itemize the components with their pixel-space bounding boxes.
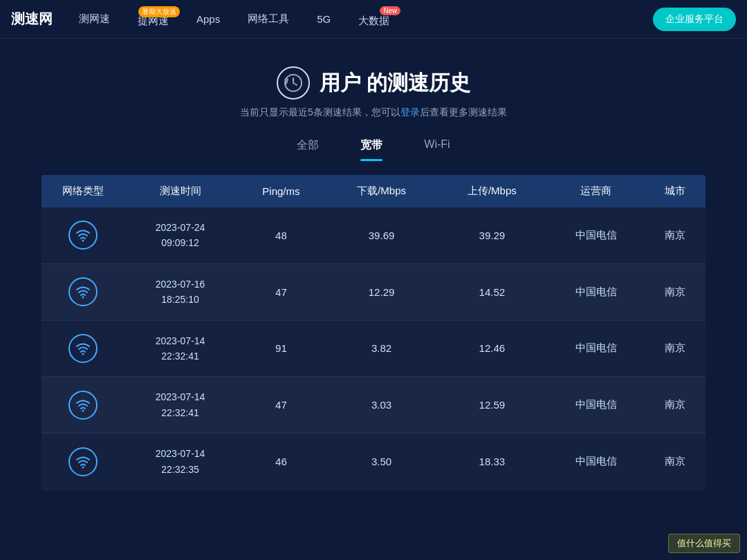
nav-item-tools[interactable]: 网络工具 bbox=[235, 7, 302, 31]
history-icon bbox=[277, 66, 310, 100]
page-title: 用户 的测速历史 bbox=[320, 69, 470, 97]
tabs: 全部 宽带 Wi-Fi bbox=[42, 133, 706, 158]
wifi-icon bbox=[68, 221, 98, 250]
cell-upload: 12.59 bbox=[436, 377, 547, 433]
cell-ping: 46 bbox=[236, 433, 326, 490]
cell-city: 南京 bbox=[645, 320, 706, 377]
site-logo: 测速网 bbox=[11, 10, 53, 28]
table-row: 2023-07-1618:25:104712.2914.52中国电信南京 bbox=[42, 263, 706, 320]
cell-type bbox=[42, 320, 124, 377]
cell-download: 12.29 bbox=[326, 263, 437, 320]
badge-new: New bbox=[380, 6, 400, 15]
cell-city: 南京 bbox=[645, 377, 706, 433]
wifi-icon bbox=[68, 277, 98, 306]
tab-all[interactable]: 全部 bbox=[297, 133, 319, 158]
cell-isp: 中国电信 bbox=[547, 263, 645, 320]
nav-item-improve[interactable]: 暑期大放送 提网速 bbox=[125, 5, 181, 33]
cell-isp: 中国电信 bbox=[547, 377, 645, 433]
cell-ping: 47 bbox=[236, 377, 326, 433]
cell-ping: 48 bbox=[236, 207, 326, 263]
cell-download: 39.69 bbox=[326, 207, 437, 263]
page-content: 用户 的测速历史 当前只显示最近5条测速结果，您可以登录后查看更多测速结果 全部… bbox=[28, 39, 719, 504]
nav-item-apps[interactable]: Apps bbox=[184, 8, 232, 30]
cell-time: 2023-07-1422:32:35 bbox=[124, 433, 236, 490]
cell-city: 南京 bbox=[645, 263, 706, 320]
tab-broadband[interactable]: 宽带 bbox=[360, 133, 382, 158]
table-row: 2023-07-1422:32:35463.5018.33中国电信南京 bbox=[42, 433, 706, 490]
table-header-row: 网络类型 测速时间 Ping/ms 下载/Mbps 上传/Mbps 运营商 城市 bbox=[42, 175, 706, 207]
badge-summer: 暑期大放送 bbox=[138, 6, 180, 17]
cell-time: 2023-07-1618:25:10 bbox=[124, 263, 236, 320]
col-header-upload: 上传/Mbps bbox=[436, 175, 547, 207]
cell-ping: 47 bbox=[236, 263, 326, 320]
svg-point-1 bbox=[82, 240, 84, 242]
cell-upload: 18.33 bbox=[436, 433, 547, 490]
svg-point-5 bbox=[82, 466, 84, 468]
cell-isp: 中国电信 bbox=[547, 320, 645, 377]
cell-time: 2023-07-1422:32:41 bbox=[124, 320, 236, 377]
col-header-isp: 运营商 bbox=[547, 175, 645, 207]
col-header-type: 网络类型 bbox=[42, 175, 124, 207]
subtitle: 当前只显示最近5条测速结果，您可以登录后查看更多测速结果 bbox=[42, 106, 706, 119]
wifi-icon bbox=[68, 391, 98, 420]
title-area: 用户 的测速历史 当前只显示最近5条测速结果，您可以登录后查看更多测速结果 bbox=[42, 66, 706, 119]
wifi-icon bbox=[68, 334, 98, 363]
col-header-download: 下载/Mbps bbox=[326, 175, 437, 207]
table-row: 2023-07-1422:32:41473.0312.59中国电信南京 bbox=[42, 377, 706, 433]
col-header-ping: Ping/ms bbox=[236, 175, 326, 207]
nav-item-speed-test[interactable]: 测网速 bbox=[66, 7, 122, 31]
cell-type bbox=[42, 433, 124, 490]
cell-upload: 12.46 bbox=[436, 320, 547, 377]
title-row: 用户 的测速历史 bbox=[42, 66, 706, 100]
cell-upload: 14.52 bbox=[436, 263, 547, 320]
cell-type bbox=[42, 377, 124, 433]
nav-item-5g[interactable]: 5G bbox=[304, 8, 343, 30]
cell-isp: 中国电信 bbox=[547, 207, 645, 263]
cell-download: 3.50 bbox=[326, 433, 437, 490]
cell-download: 3.03 bbox=[326, 377, 437, 433]
svg-point-2 bbox=[82, 297, 84, 299]
table-body: 2023-07-2409:09:124839.6939.29中国电信南京 202… bbox=[42, 207, 706, 489]
data-table-wrap: 网络类型 测速时间 Ping/ms 下载/Mbps 上传/Mbps 运营商 城市… bbox=[42, 175, 706, 490]
cell-upload: 39.29 bbox=[436, 207, 547, 263]
col-header-time: 测速时间 bbox=[124, 175, 236, 207]
login-link[interactable]: 登录 bbox=[400, 106, 420, 118]
tab-wifi[interactable]: Wi-Fi bbox=[424, 133, 450, 158]
cell-download: 3.82 bbox=[326, 320, 437, 377]
wifi-icon bbox=[68, 447, 98, 476]
table-row: 2023-07-2409:09:124839.6939.29中国电信南京 bbox=[42, 207, 706, 263]
cell-ping: 91 bbox=[236, 320, 326, 377]
navbar: 测速网 测网速 暑期大放送 提网速 Apps 网络工具 5G New 大数据 企… bbox=[0, 0, 747, 39]
history-table: 网络类型 测速时间 Ping/ms 下载/Mbps 上传/Mbps 运营商 城市… bbox=[42, 175, 706, 490]
svg-point-3 bbox=[82, 353, 84, 355]
nav-item-bigdata[interactable]: New 大数据 bbox=[346, 5, 402, 33]
cell-type bbox=[42, 263, 124, 320]
cell-type bbox=[42, 207, 124, 263]
cell-time: 2023-07-2409:09:12 bbox=[124, 207, 236, 263]
cell-city: 南京 bbox=[645, 433, 706, 490]
enterprise-button[interactable]: 企业服务平台 bbox=[653, 8, 736, 31]
cell-city: 南京 bbox=[645, 207, 706, 263]
cell-time: 2023-07-1422:32:41 bbox=[124, 377, 236, 433]
watermark: 值什么值得买 bbox=[668, 534, 740, 553]
table-row: 2023-07-1422:32:41913.8212.46中国电信南京 bbox=[42, 320, 706, 377]
cell-isp: 中国电信 bbox=[547, 433, 645, 490]
svg-point-4 bbox=[82, 409, 84, 411]
col-header-city: 城市 bbox=[645, 175, 706, 207]
